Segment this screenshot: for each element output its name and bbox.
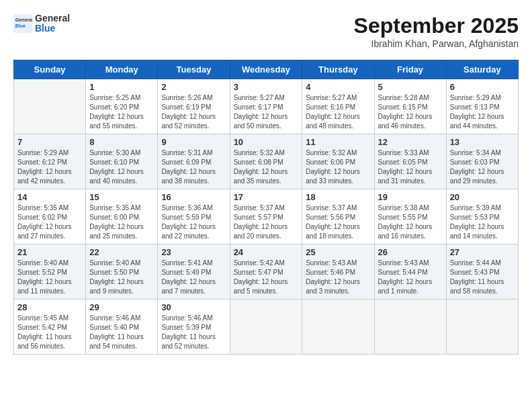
calendar-week-row: 7Sunrise: 5:29 AM Sunset: 6:12 PM Daylig… bbox=[14, 134, 519, 189]
calendar-cell: 13Sunrise: 5:34 AM Sunset: 6:03 PM Dayli… bbox=[446, 134, 518, 189]
day-info: Sunrise: 5:30 AM Sunset: 6:10 PM Dayligh… bbox=[89, 148, 154, 186]
day-info: Sunrise: 5:34 AM Sunset: 6:03 PM Dayligh… bbox=[450, 148, 515, 186]
day-info: Sunrise: 5:26 AM Sunset: 6:19 PM Dayligh… bbox=[161, 93, 226, 131]
day-info: Sunrise: 5:37 AM Sunset: 5:56 PM Dayligh… bbox=[306, 203, 370, 241]
day-info: Sunrise: 5:42 AM Sunset: 5:47 PM Dayligh… bbox=[234, 259, 299, 296]
calendar-cell: 7Sunrise: 5:29 AM Sunset: 6:12 PM Daylig… bbox=[14, 134, 86, 189]
day-info: Sunrise: 5:28 AM Sunset: 6:15 PM Dayligh… bbox=[378, 93, 443, 131]
day-number: 28 bbox=[17, 302, 82, 312]
day-info: Sunrise: 5:32 AM Sunset: 6:08 PM Dayligh… bbox=[234, 148, 299, 186]
calendar-cell: 5Sunrise: 5:28 AM Sunset: 6:15 PM Daylig… bbox=[374, 79, 446, 134]
day-info: Sunrise: 5:39 AM Sunset: 5:53 PM Dayligh… bbox=[450, 203, 515, 241]
day-number: 17 bbox=[234, 192, 299, 202]
calendar-header-row: Sunday Monday Tuesday Wednesday Thursday… bbox=[14, 60, 519, 79]
col-monday: Monday bbox=[86, 60, 158, 79]
calendar-cell bbox=[14, 79, 86, 134]
day-number: 23 bbox=[161, 247, 226, 257]
day-info: Sunrise: 5:41 AM Sunset: 5:49 PM Dayligh… bbox=[161, 259, 226, 296]
calendar-cell: 26Sunrise: 5:43 AM Sunset: 5:44 PM Dayli… bbox=[374, 244, 446, 300]
day-number: 20 bbox=[450, 192, 515, 202]
day-info: Sunrise: 5:43 AM Sunset: 5:46 PM Dayligh… bbox=[306, 259, 370, 296]
calendar-cell: 4Sunrise: 5:27 AM Sunset: 6:16 PM Daylig… bbox=[302, 79, 374, 134]
calendar-cell: 6Sunrise: 5:29 AM Sunset: 6:13 PM Daylig… bbox=[446, 79, 518, 134]
day-number: 1 bbox=[89, 82, 154, 92]
day-number: 6 bbox=[450, 82, 515, 92]
day-info: Sunrise: 5:45 AM Sunset: 5:42 PM Dayligh… bbox=[17, 314, 82, 351]
calendar-cell: 17Sunrise: 5:37 AM Sunset: 5:57 PM Dayli… bbox=[230, 189, 302, 244]
svg-text:General: General bbox=[15, 18, 32, 23]
day-number: 5 bbox=[378, 82, 443, 92]
calendar-cell: 28Sunrise: 5:45 AM Sunset: 5:42 PM Dayli… bbox=[14, 300, 86, 355]
day-info: Sunrise: 5:35 AM Sunset: 6:00 PM Dayligh… bbox=[89, 203, 154, 241]
col-saturday: Saturday bbox=[446, 60, 518, 79]
day-number: 22 bbox=[89, 247, 154, 257]
calendar-cell: 24Sunrise: 5:42 AM Sunset: 5:47 PM Dayli… bbox=[230, 244, 302, 300]
month-title: September 2025 bbox=[354, 13, 519, 38]
day-number: 2 bbox=[161, 82, 226, 92]
day-info: Sunrise: 5:44 AM Sunset: 5:43 PM Dayligh… bbox=[450, 259, 515, 296]
day-info: Sunrise: 5:36 AM Sunset: 5:59 PM Dayligh… bbox=[161, 203, 226, 241]
calendar-cell: 8Sunrise: 5:30 AM Sunset: 6:10 PM Daylig… bbox=[86, 134, 158, 189]
day-number: 26 bbox=[378, 247, 443, 257]
day-info: Sunrise: 5:40 AM Sunset: 5:52 PM Dayligh… bbox=[17, 259, 82, 296]
calendar-week-row: 14Sunrise: 5:35 AM Sunset: 6:02 PM Dayli… bbox=[14, 189, 519, 244]
calendar-cell bbox=[230, 300, 302, 355]
day-info: Sunrise: 5:37 AM Sunset: 5:57 PM Dayligh… bbox=[234, 203, 299, 241]
day-number: 21 bbox=[17, 247, 82, 257]
day-number: 18 bbox=[306, 192, 370, 202]
day-number: 13 bbox=[450, 137, 515, 147]
day-number: 9 bbox=[161, 137, 226, 147]
day-info: Sunrise: 5:29 AM Sunset: 6:13 PM Dayligh… bbox=[450, 93, 515, 131]
calendar-cell: 1Sunrise: 5:25 AM Sunset: 6:20 PM Daylig… bbox=[86, 79, 158, 134]
calendar-cell: 9Sunrise: 5:31 AM Sunset: 6:09 PM Daylig… bbox=[158, 134, 230, 189]
calendar-cell: 12Sunrise: 5:33 AM Sunset: 6:05 PM Dayli… bbox=[374, 134, 446, 189]
day-info: Sunrise: 5:43 AM Sunset: 5:44 PM Dayligh… bbox=[378, 259, 443, 296]
calendar-cell bbox=[302, 300, 374, 355]
calendar-cell: 2Sunrise: 5:26 AM Sunset: 6:19 PM Daylig… bbox=[158, 79, 230, 134]
calendar-cell: 20Sunrise: 5:39 AM Sunset: 5:53 PM Dayli… bbox=[446, 189, 518, 244]
day-info: Sunrise: 5:46 AM Sunset: 5:40 PM Dayligh… bbox=[89, 314, 154, 351]
calendar-cell: 29Sunrise: 5:46 AM Sunset: 5:40 PM Dayli… bbox=[86, 300, 158, 355]
title-section: September 2025 Ibrahim Khan, Parwan, Afg… bbox=[354, 13, 519, 49]
col-thursday: Thursday bbox=[302, 60, 374, 79]
day-number: 3 bbox=[234, 82, 299, 92]
day-number: 16 bbox=[161, 192, 226, 202]
day-number: 24 bbox=[234, 247, 299, 257]
day-info: Sunrise: 5:29 AM Sunset: 6:12 PM Dayligh… bbox=[17, 148, 82, 186]
calendar-cell: 15Sunrise: 5:35 AM Sunset: 6:00 PM Dayli… bbox=[86, 189, 158, 244]
day-number: 10 bbox=[234, 137, 299, 147]
day-number: 14 bbox=[17, 192, 82, 202]
day-info: Sunrise: 5:33 AM Sunset: 6:05 PM Dayligh… bbox=[378, 148, 443, 186]
day-number: 7 bbox=[17, 137, 82, 147]
col-wednesday: Wednesday bbox=[230, 60, 302, 79]
logo-blue: Blue bbox=[35, 23, 55, 34]
col-friday: Friday bbox=[374, 60, 446, 79]
day-number: 27 bbox=[450, 247, 515, 257]
day-info: Sunrise: 5:27 AM Sunset: 6:16 PM Dayligh… bbox=[306, 93, 370, 131]
calendar-cell bbox=[374, 300, 446, 355]
logo-icon: General Blue bbox=[13, 14, 32, 33]
calendar-week-row: 21Sunrise: 5:40 AM Sunset: 5:52 PM Dayli… bbox=[14, 244, 519, 300]
calendar-cell: 14Sunrise: 5:35 AM Sunset: 6:02 PM Dayli… bbox=[14, 189, 86, 244]
calendar-cell: 22Sunrise: 5:40 AM Sunset: 5:50 PM Dayli… bbox=[86, 244, 158, 300]
calendar-cell: 30Sunrise: 5:46 AM Sunset: 5:39 PM Dayli… bbox=[158, 300, 230, 355]
day-number: 30 bbox=[161, 302, 226, 312]
col-sunday: Sunday bbox=[14, 60, 86, 79]
logo-general: General bbox=[35, 13, 70, 24]
day-info: Sunrise: 5:35 AM Sunset: 6:02 PM Dayligh… bbox=[17, 203, 82, 241]
calendar-week-row: 28Sunrise: 5:45 AM Sunset: 5:42 PM Dayli… bbox=[14, 300, 519, 355]
calendar-week-row: 1Sunrise: 5:25 AM Sunset: 6:20 PM Daylig… bbox=[14, 79, 519, 134]
day-number: 15 bbox=[89, 192, 154, 202]
page-header: General Blue General Blue September 2025… bbox=[13, 13, 519, 49]
calendar-table: Sunday Monday Tuesday Wednesday Thursday… bbox=[13, 60, 519, 355]
day-info: Sunrise: 5:25 AM Sunset: 6:20 PM Dayligh… bbox=[89, 93, 154, 131]
day-number: 12 bbox=[378, 137, 443, 147]
calendar-cell: 16Sunrise: 5:36 AM Sunset: 5:59 PM Dayli… bbox=[158, 189, 230, 244]
day-info: Sunrise: 5:32 AM Sunset: 6:06 PM Dayligh… bbox=[306, 148, 370, 186]
calendar-cell: 27Sunrise: 5:44 AM Sunset: 5:43 PM Dayli… bbox=[446, 244, 518, 300]
day-number: 11 bbox=[306, 137, 370, 147]
day-number: 8 bbox=[89, 137, 154, 147]
calendar-cell: 25Sunrise: 5:43 AM Sunset: 5:46 PM Dayli… bbox=[302, 244, 374, 300]
day-info: Sunrise: 5:38 AM Sunset: 5:55 PM Dayligh… bbox=[378, 203, 443, 241]
calendar-cell: 3Sunrise: 5:27 AM Sunset: 6:17 PM Daylig… bbox=[230, 79, 302, 134]
